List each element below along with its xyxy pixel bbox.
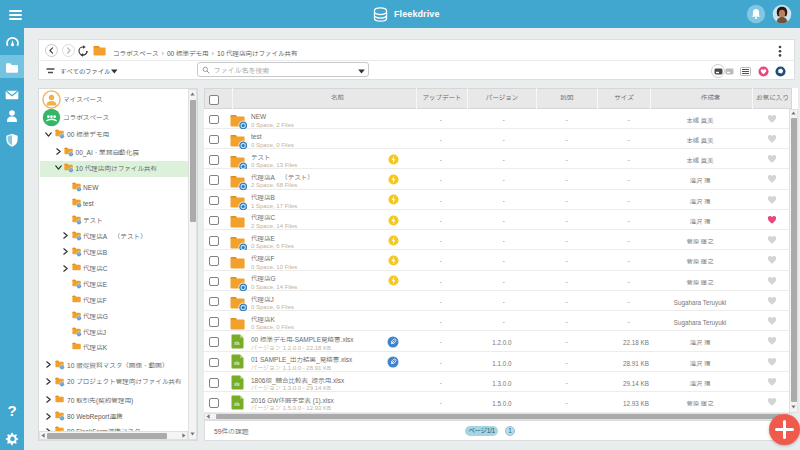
svg-text:xls: xls [234, 381, 240, 388]
svg-text:xls: xls [234, 360, 240, 367]
svg-text:xls: xls [234, 340, 240, 347]
svg-text:xls: xls [234, 401, 240, 408]
